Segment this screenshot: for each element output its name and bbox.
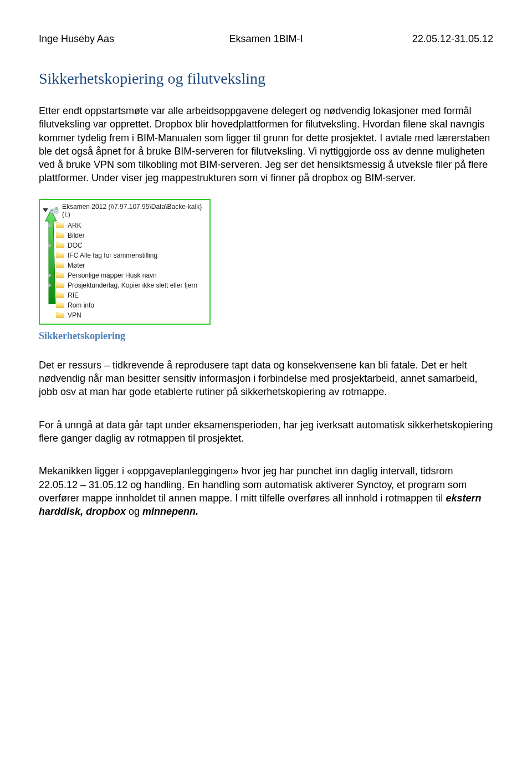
- folder-icon: [56, 272, 64, 278]
- header-title: Eksamen 1BIM-I: [190, 33, 341, 45]
- svg-rect-1: [51, 210, 53, 211]
- tree-item[interactable]: Rom info: [42, 300, 208, 310]
- tree-item-label: IFC Alle fag for sammenstilling: [68, 252, 157, 259]
- folder-icon: [56, 232, 64, 238]
- folder-icon: [56, 252, 64, 258]
- network-drive-icon: [50, 207, 59, 214]
- tree-item[interactable]: Møter: [42, 260, 208, 270]
- svg-rect-0: [50, 209, 58, 213]
- page: Inge Huseby Aas Eksamen 1BIM-I 22.05.12-…: [0, 0, 532, 554]
- expand-right-icon[interactable]: [48, 273, 52, 278]
- folder-tree: Eksamen 2012 (\\7.97.107.95\Data\Backe-k…: [39, 199, 211, 325]
- tree-item[interactable]: Personlige mapper Husk navn: [42, 270, 208, 280]
- section-title-backup-exchange: Sikkerhetskopiering og filutveksling: [39, 70, 493, 88]
- expand-right-icon[interactable]: [48, 223, 52, 228]
- tree-item[interactable]: Prosjektunderlag. Kopier ikke slett elle…: [42, 280, 208, 290]
- text-run-emphasis: minnepenn.: [142, 506, 198, 517]
- folder-icon: [56, 282, 64, 288]
- page-header: Inge Huseby Aas Eksamen 1BIM-I 22.05.12-…: [39, 33, 493, 45]
- folder-icon: [56, 222, 64, 228]
- tree-item-label: RIE: [68, 291, 79, 299]
- paragraph-backup-2: For å unngå at data går tapt under eksam…: [39, 418, 493, 445]
- expand-right-icon[interactable]: [48, 243, 52, 248]
- folder-icon: [56, 262, 64, 268]
- tree-item-label: Rom info: [68, 301, 94, 309]
- folder-icon: [56, 242, 64, 248]
- tree-item[interactable]: VPN: [42, 310, 208, 320]
- paragraph-backup-3: Mekanikken ligger i «oppgaveplanlegginge…: [39, 464, 493, 518]
- tree-item-label: Møter: [68, 262, 85, 269]
- tree-item[interactable]: RIE: [42, 290, 208, 300]
- tree-item-label: Personlige mapper Husk navn: [68, 272, 157, 279]
- folder-icon: [56, 302, 64, 308]
- tree-item-label: VPN: [68, 311, 81, 319]
- paragraph-intro: Etter endt oppstartsmøte var alle arbeid…: [39, 104, 493, 185]
- tree-root[interactable]: Eksamen 2012 (\\7.97.107.95\Data\Backe-k…: [42, 202, 208, 221]
- expand-right-icon[interactable]: [48, 283, 52, 288]
- paragraph-backup-1: Det er ressurs – tidkrevende å reproduse…: [39, 358, 493, 399]
- text-run: Mekanikken ligger i «oppgaveplanlegginge…: [39, 465, 467, 504]
- subsection-title-backup: Sikkerhetskopiering: [39, 330, 493, 342]
- text-run: og: [126, 506, 142, 517]
- svg-point-2: [55, 207, 58, 209]
- folder-icon: [56, 312, 64, 318]
- tree-item-label: Bilder: [68, 232, 85, 239]
- tree-item[interactable]: IFC Alle fag for sammenstilling: [42, 250, 208, 260]
- tree-root-label: Eksamen 2012 (\\7.97.107.95\Data\Backe-k…: [62, 203, 208, 218]
- header-date: 22.05.12-31.05.12: [342, 33, 493, 45]
- tree-item[interactable]: DOC: [42, 240, 208, 250]
- tree-item[interactable]: Bilder: [42, 231, 208, 240]
- tree-item-label: Prosjektunderlag. Kopier ikke slett elle…: [68, 281, 197, 289]
- tree-item[interactable]: ARK: [42, 221, 208, 231]
- expand-down-icon[interactable]: [43, 208, 48, 212]
- tree-item-label: DOC: [68, 242, 83, 249]
- folder-icon: [56, 292, 64, 298]
- header-author: Inge Huseby Aas: [39, 33, 190, 45]
- tree-item-label: ARK: [68, 222, 81, 229]
